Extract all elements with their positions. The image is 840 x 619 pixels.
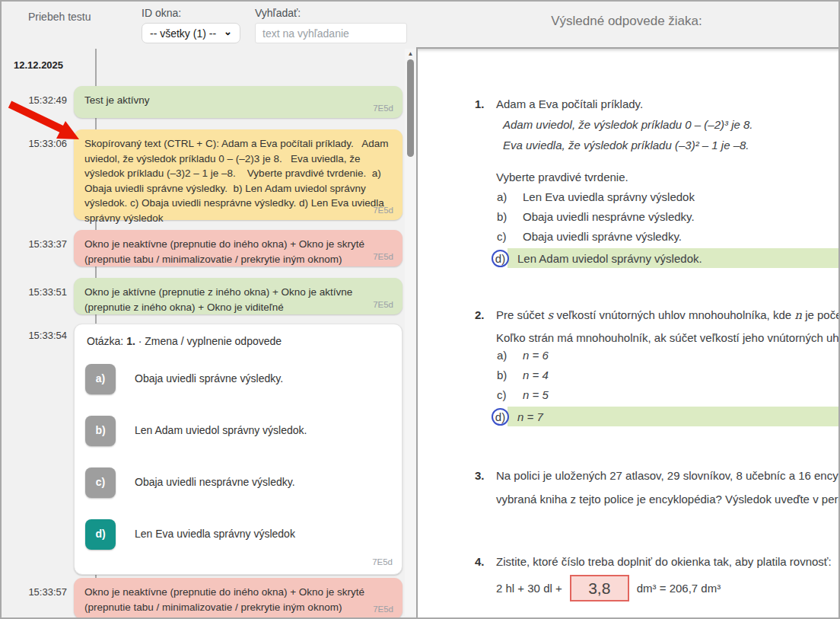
question-card-header: Otázka: 1. · Zmena / vyplnenie odpovede bbox=[85, 331, 391, 349]
selected-answer-circle: d) bbox=[492, 250, 509, 267]
option-letter: a) bbox=[497, 190, 517, 203]
question-action: · Zmena / vyplnenie odpovede bbox=[138, 335, 282, 347]
q4-formula: 2 hl + 30 dl + 3,8 dm³ = 206,7 dm³ bbox=[496, 575, 721, 601]
option-letter: b) bbox=[497, 369, 517, 381]
event-text: Okno je neaktívne (prepnutie do iného ok… bbox=[84, 585, 392, 614]
event-card-question: Otázka: 1. · Zmena / vyplnenie odpovede … bbox=[74, 324, 402, 575]
scrollbar-up-arrow-icon[interactable]: ▲ bbox=[405, 49, 416, 59]
q2-option-c: c)n = 5 bbox=[497, 388, 838, 405]
answer-option-a: a) Obaja uviedli správne výsledky. bbox=[85, 364, 283, 394]
event-card-window-inactive: Okno je neaktívne (prepnutie do iného ok… bbox=[74, 230, 402, 266]
option-text: n = 5 bbox=[523, 388, 549, 401]
option-text: Len Adam uviedol správny výsledok. bbox=[517, 252, 702, 265]
event-text: Okno je neaktívne (prepnutie do iného ok… bbox=[84, 237, 392, 266]
q1-option-a: a)Len Eva uviedla správny výsledok bbox=[497, 190, 838, 207]
option-letter: c) bbox=[497, 388, 517, 401]
option-text: Len Eva uviedla správny výsledok bbox=[135, 527, 295, 542]
q1-option-c: c)Obaja uviedli správne výsledky. bbox=[497, 230, 838, 247]
event-text: Okno je aktívne (prepnutie z iného okna)… bbox=[84, 285, 392, 314]
option-text: Obaja uviedli správne výsledky. bbox=[523, 230, 682, 243]
option-text: Obaja uviedli správne výsledky. bbox=[135, 372, 283, 387]
option-text: Len Adam uviedol správny výsledok. bbox=[135, 423, 307, 439]
window-id-select[interactable]: -- všetky (1) -- ⌄ bbox=[142, 23, 240, 43]
question-label: Otázka: bbox=[87, 335, 123, 347]
event-text: Test je aktívny bbox=[84, 93, 392, 108]
event-text: Skopírovaný text (CTRL + C): Adam a Eva … bbox=[84, 136, 392, 225]
window-id-badge: 7E5d bbox=[373, 203, 393, 219]
timeline-scrollbar[interactable]: ▲ bbox=[405, 49, 416, 616]
search-label: Vyhľadať: bbox=[255, 7, 301, 19]
event-time: 15:33:54 bbox=[17, 330, 67, 341]
student-answer-input-box: 3,8 bbox=[570, 575, 629, 601]
answer-sheet: 1. Adam a Eva počítali príklady. Adam uv… bbox=[416, 47, 838, 617]
chevron-down-icon: ⌄ bbox=[224, 28, 232, 36]
formula-after: dm³ = 206,7 dm³ bbox=[637, 582, 721, 595]
window-id-badge: 7E5d bbox=[373, 101, 393, 116]
q1-statement-1: Adam uviedol, že výsledok príkladu 0 – (… bbox=[503, 118, 753, 131]
q1-statement-2: Eva uviedla, že výsledok príkladu (–3)² … bbox=[503, 139, 749, 152]
q3-line-2: vybraná kniha z tejto police je encyklop… bbox=[496, 493, 838, 506]
q1-option-d-selected: d)Len Adam uviedol správny výsledok. bbox=[497, 250, 838, 266]
app-window: Priebeh testu ID okna: -- všetky (1) -- … bbox=[0, 0, 840, 619]
q1-intro: Adam a Eva počítali príklady. bbox=[496, 97, 643, 110]
window-id-badge: 7E5d bbox=[373, 298, 393, 313]
event-time: 15:33:51 bbox=[17, 286, 67, 298]
q3-number: 3. bbox=[475, 469, 485, 482]
option-letter: c) bbox=[497, 230, 517, 243]
option-text: n = 7 bbox=[517, 410, 543, 423]
q3-line-1: Na polici je uložených 27 atlasov, 29 sl… bbox=[496, 469, 838, 482]
q2-option-b: b)n = 4 bbox=[497, 369, 838, 385]
q1-option-b: b)Obaja uviedli nesprávne výsledky. bbox=[497, 210, 838, 227]
q1-number: 1. bbox=[475, 97, 485, 110]
option-text: Obaja uviedli nesprávne výsledky. bbox=[523, 210, 695, 223]
window-id-badge: 7E5d bbox=[373, 250, 393, 265]
event-time: 15:33:37 bbox=[17, 238, 67, 250]
q4-number: 4. bbox=[475, 555, 485, 568]
question-number: 1. bbox=[126, 335, 135, 347]
scrollbar-thumb[interactable] bbox=[407, 59, 414, 157]
event-card-copied-text: Skopírovaný text (CTRL + C): Adam a Eva … bbox=[74, 129, 402, 220]
answers-panel-title: Výsledné odpovede žiaka: bbox=[416, 2, 837, 46]
q1-prompt: Vyberte pravdivé tvrdenie. bbox=[496, 171, 628, 183]
q2-option-d-selected: d)n = 7 bbox=[497, 408, 838, 425]
window-id-label: ID okna: bbox=[142, 7, 181, 19]
q2-line-1: Pre súčet s veľkostí vnútorných uhlov mn… bbox=[496, 308, 838, 322]
q2-option-a: a)n = 6 bbox=[497, 349, 838, 365]
search-input[interactable] bbox=[255, 23, 407, 43]
option-letter: b) bbox=[497, 210, 517, 223]
event-card-test-active: Test je aktívny 7E5d bbox=[74, 86, 402, 118]
event-card-window-active: Okno je aktívne (prepnutie z iného okna)… bbox=[74, 278, 402, 314]
window-id-badge: 7E5d bbox=[373, 602, 393, 617]
q4-intro: Zistite, ktoré číslo treba doplniť do ok… bbox=[496, 555, 832, 568]
timeline-date: 12.12.2025 bbox=[14, 59, 63, 71]
event-card-window-inactive: Okno je neaktívne (prepnutie do iného ok… bbox=[74, 578, 402, 619]
option-letter-box: c) bbox=[85, 467, 116, 498]
option-text: n = 4 bbox=[523, 369, 549, 381]
option-letter-box-selected: d) bbox=[85, 519, 116, 550]
option-text: n = 6 bbox=[523, 349, 549, 362]
option-letter-box: a) bbox=[85, 364, 116, 394]
option-letter-box: b) bbox=[85, 416, 116, 446]
selected-answer-highlight bbox=[508, 407, 838, 426]
option-text: Obaja uviedli nesprávne výsledky. bbox=[135, 475, 295, 490]
q2-number: 2. bbox=[475, 308, 485, 321]
timeline-panel-title: Priebeh testu bbox=[28, 11, 91, 23]
answer-option-c: c) Obaja uviedli nesprávne výsledky. bbox=[85, 467, 295, 498]
window-id-selected-value: -- všetky (1) -- bbox=[150, 27, 216, 40]
formula-before: 2 hl + 30 dl + bbox=[496, 582, 562, 595]
answer-option-d-selected: d) Len Eva uviedla správny výsledok bbox=[85, 519, 295, 550]
q2-line-2: Koľko strán má mnohouholník, ak súčet ve… bbox=[496, 331, 838, 344]
event-time: 15:33:57 bbox=[17, 586, 67, 598]
selected-answer-circle: d) bbox=[492, 408, 509, 426]
answer-option-b: b) Len Adam uviedol správny výsledok. bbox=[85, 416, 307, 446]
window-id-badge: 7E5d bbox=[372, 555, 393, 570]
option-letter: a) bbox=[497, 349, 517, 362]
option-text: Len Eva uviedla správny výsledok bbox=[523, 190, 695, 203]
annotation-arrow-icon bbox=[6, 97, 82, 145]
